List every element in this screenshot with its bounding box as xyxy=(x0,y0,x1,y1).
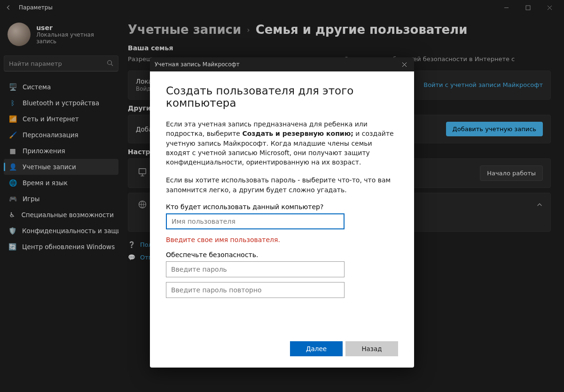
create-user-modal: Учетная запись Майкрософт Создать пользо… xyxy=(150,57,414,368)
modal-para2: Если вы хотите использовать пароль - выб… xyxy=(166,175,398,195)
modal-header: Учетная запись Майкрософт xyxy=(150,57,414,71)
username-error: Введите свое имя пользователя. xyxy=(166,236,398,243)
modal-close-button[interactable] xyxy=(397,57,411,71)
modal-para1: Если эта учетная запись предназначена дл… xyxy=(166,119,398,167)
modal-heading: Создать пользователя для этого компьютер… xyxy=(166,85,398,109)
security-label: Обеспечьте безопасность. xyxy=(166,251,398,259)
password-input[interactable] xyxy=(166,261,345,277)
username-question: Кто будет использовать данный компьютер? xyxy=(166,203,398,211)
modal-title-small: Учетная запись Майкрософт xyxy=(155,61,240,68)
password-confirm-input[interactable] xyxy=(166,282,345,298)
username-input[interactable] xyxy=(166,213,345,229)
next-button[interactable]: Далее xyxy=(290,341,343,356)
back-button-modal[interactable]: Назад xyxy=(345,341,398,356)
modal-overlay: Учетная запись Майкрософт Создать пользо… xyxy=(0,0,564,392)
